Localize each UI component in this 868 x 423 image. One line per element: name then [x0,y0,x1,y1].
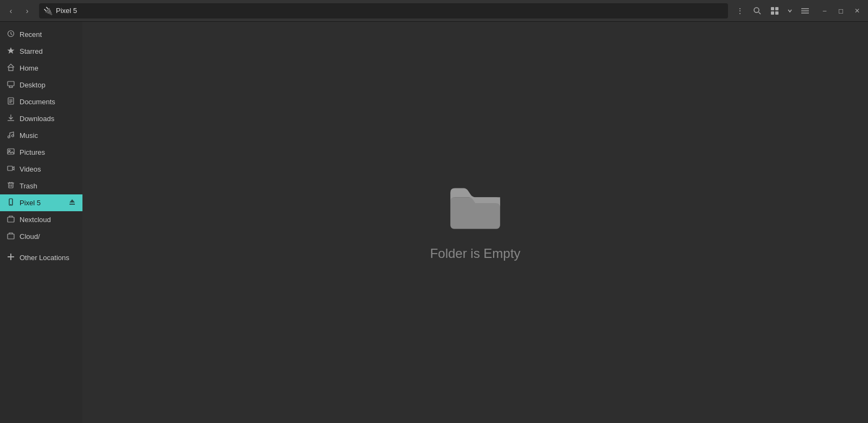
desktop-icon [7,80,15,90]
svg-rect-29 [9,183,13,188]
sidebar-item-otherlocations[interactable]: Other Locations [0,249,82,266]
sidebar-label-documents: Documents [20,98,55,106]
cloud-icon [7,232,15,241]
forward-button[interactable]: › [20,3,35,18]
main-area: RecentStarredHomeDesktopDocumentsDownloa… [0,22,868,423]
sidebar-item-nextcloud[interactable]: Nextcloud [0,211,82,228]
svg-marker-12 [8,47,15,54]
sidebar-label-desktop: Desktop [20,81,46,89]
search-icon [753,7,762,15]
sidebar-label-otherlocations: Other Locations [20,254,69,262]
svg-rect-13 [9,67,13,71]
documents-icon [7,97,15,106]
sidebar-label-pixel5: Pixel 5 [20,199,41,207]
svg-rect-3 [775,7,778,10]
back-button[interactable]: ‹ [3,3,18,18]
svg-rect-38 [8,217,14,222]
svg-rect-5 [775,11,778,15]
window-controls: – ◻ ✕ [817,3,865,18]
address-icon: 🔌 [43,7,53,15]
sidebar-item-videos[interactable]: Videos [0,161,82,178]
svg-line-11 [11,34,12,35]
pictures-icon [7,148,15,157]
sidebar-item-trash[interactable]: Trash [0,178,82,194]
sidebar-label-nextcloud: Nextcloud [20,216,51,224]
titlebar-right: ⋮ [732,3,865,18]
otherlocations-icon [7,253,15,262]
titlebar: ‹ › 🔌 Pixel 5 ⋮ [0,0,868,22]
sidebar-label-videos: Videos [20,165,41,173]
sidebar-item-pixel5[interactable]: Pixel 5 [0,194,82,211]
svg-point-27 [9,150,10,151]
sidebar-item-documents[interactable]: Documents [0,93,82,110]
content-area: Folder is Empty [82,22,868,423]
svg-point-0 [754,8,759,12]
sidebar-item-music[interactable]: Music [0,127,82,144]
svg-rect-39 [8,234,14,239]
list-icon [801,7,809,15]
sidebar-item-cloud[interactable]: Cloud/ [0,228,82,245]
sidebar-label-home: Home [20,64,39,72]
list-view-button[interactable] [797,3,813,18]
address-text: Pixel 5 [56,7,77,15]
videos-icon [7,165,15,174]
sidebar-label-pictures: Pictures [20,148,45,156]
starred-icon [7,47,15,56]
nextcloud-icon [7,215,15,224]
sidebar-item-pictures[interactable]: Pictures [0,144,82,161]
home-icon [7,64,15,73]
close-button[interactable]: ✕ [850,3,865,18]
restore-button[interactable]: ◻ [833,3,848,18]
svg-line-1 [759,12,761,14]
music-icon [7,131,15,140]
sidebar-item-starred[interactable]: Starred [0,43,82,60]
sidebar-label-music: Music [20,131,38,140]
empty-folder-icon [448,184,502,233]
chevron-down-icon [787,8,793,14]
eject-icon[interactable] [68,198,76,207]
search-button[interactable] [750,3,765,18]
sidebar-label-downloads: Downloads [20,115,54,123]
sidebar-item-recent[interactable]: Recent [0,26,82,43]
trash-icon [7,181,15,191]
sidebar-item-home[interactable]: Home [0,60,82,77]
svg-rect-14 [8,81,14,86]
nav-buttons: ‹ › [3,3,35,18]
menu-button[interactable]: ⋮ [732,3,748,18]
sidebar-item-desktop[interactable]: Desktop [0,77,82,93]
svg-rect-4 [771,11,774,15]
downloads-icon [7,114,15,123]
svg-marker-36 [69,199,75,203]
address-bar[interactable]: 🔌 Pixel 5 [39,3,728,18]
sidebar-item-downloads[interactable]: Downloads [0,110,82,127]
sidebar-label-cloud: Cloud/ [20,232,40,241]
grid-view-button[interactable] [767,3,782,18]
pixel5-icon [7,198,15,207]
grid-icon [770,7,779,15]
sidebar-label-trash: Trash [20,182,37,190]
empty-folder-message: Folder is Empty [430,246,521,261]
svg-rect-2 [771,7,774,10]
sidebar-label-recent: Recent [20,30,42,39]
view-dropdown-button[interactable] [782,3,797,18]
svg-rect-37 [69,204,75,205]
view-toggle [767,3,813,18]
sidebar-label-starred: Starred [20,47,43,55]
minimize-button[interactable]: – [817,3,832,18]
svg-rect-28 [8,166,12,171]
recent-icon [7,30,15,39]
sidebar: RecentStarredHomeDesktopDocumentsDownloa… [0,22,82,423]
